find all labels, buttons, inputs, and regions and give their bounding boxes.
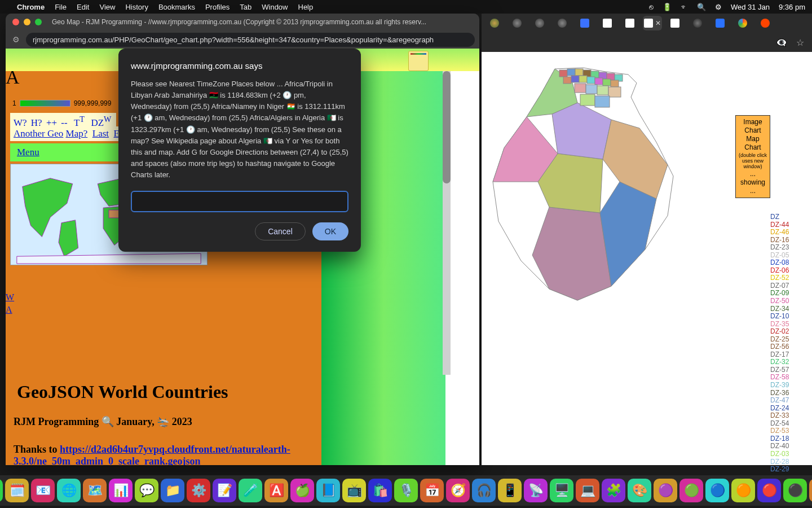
tab-10[interactable] [688,16,707,30]
incognito-eye-icon[interactable]: 👁‍🗨 [776,37,787,48]
region-code[interactable]: DZ-23 [770,244,811,252]
region-code[interactable]: DZ-25 [770,336,811,344]
dock-app-27[interactable]: 🧩 [602,479,625,502]
region-code[interactable]: DZ-46 [770,229,811,237]
dock-app-33[interactable]: 🔴 [757,479,781,502]
region-code[interactable]: DZ-44 [770,221,811,229]
menu-view[interactable]: View [99,3,115,11]
menu-tab[interactable]: Tab [240,3,251,11]
tab-4[interactable] [553,16,572,30]
window-titlebar[interactable]: Geo Map - RJM Programming - //www.rjmpro… [6,14,479,30]
close-window-button[interactable] [12,19,19,25]
menu-history[interactable]: History [125,3,148,11]
dialog-prompt-input[interactable] [131,191,348,212]
dock-app-9[interactable]: 💬 [135,479,158,502]
dock-app-11[interactable]: ⚙️ [187,479,210,502]
search-icon[interactable]: 🔍 [697,3,706,11]
wifi-icon[interactable]: ᯤ [681,3,688,11]
bluetooth-icon[interactable]: ⎋ [649,3,654,11]
region-code[interactable]: DZ-18 [770,435,811,443]
region-code[interactable]: DZ-50 [770,297,811,305]
algeria-map[interactable] [482,52,769,465]
region-code[interactable]: DZ-05 [770,252,811,260]
maximize-window-button[interactable] [35,19,42,25]
dialog-ok-button[interactable]: OK [312,222,348,240]
dock-app-30[interactable]: 🟢 [679,479,703,502]
dock-app-5[interactable]: 📧 [31,479,55,502]
tab-9[interactable] [665,16,685,30]
dock-app-34[interactable]: ⚫ [783,479,807,502]
dock-app-12[interactable]: 📝 [213,479,236,502]
region-code[interactable]: DZ-08 [770,259,811,267]
region-code[interactable]: DZ-24 [770,405,811,413]
tab-7[interactable] [620,16,639,30]
dialog-cancel-button[interactable]: Cancel [255,222,306,240]
region-code[interactable]: DZ-28 [770,458,811,466]
dock-app-28[interactable]: 🎨 [628,479,651,502]
dock-app-4[interactable]: 🗓️ [5,479,29,502]
dock-app-3[interactable]: 📷 [0,479,3,502]
close-tab-icon[interactable]: ✕ [655,19,661,27]
region-code[interactable]: DZ-53 [770,427,811,435]
tab-11[interactable] [710,16,730,30]
region-code[interactable]: DZ-02 [770,328,811,336]
region-code[interactable]: DZ-35 [770,321,811,329]
menu-bookmarks[interactable]: Bookmarks [158,3,195,11]
dock-app-35[interactable]: ⚪ [809,479,812,502]
region-code[interactable]: DZ-47 [770,397,811,405]
dock-app-24[interactable]: 📡 [524,479,548,502]
dock-app-15[interactable]: 🍏 [290,479,314,502]
site-settings-icon[interactable]: ⚙ [10,35,21,44]
dock-app-19[interactable]: 🎙️ [394,479,418,502]
region-code[interactable]: DZ-17 [770,351,811,359]
menu-window[interactable]: Window [262,3,288,11]
dock-app-31[interactable]: 🔵 [705,479,729,502]
region-code[interactable]: DZ-16 [770,237,811,244]
region-code[interactable]: DZ-07 [770,282,811,290]
minimize-window-button[interactable] [24,19,30,25]
menu-profiles[interactable]: Profiles [205,3,230,11]
region-code[interactable]: DZ-56 [770,343,811,351]
region-code[interactable]: DZ-58 [770,374,811,382]
dock-app-26[interactable]: 💻 [576,479,599,502]
region-code[interactable]: DZ-29 [770,466,811,474]
region-code[interactable]: DZ-32 [770,358,811,366]
dock-app-22[interactable]: 🎧 [472,479,496,502]
dock-app-25[interactable]: 🖥️ [550,479,573,502]
dock-app-8[interactable]: 📊 [109,479,133,502]
tab-3[interactable] [530,16,549,30]
control-center-icon[interactable]: ⚙ [715,3,722,11]
dock-app-10[interactable]: 📁 [161,479,184,502]
region-code[interactable]: DZ-54 [770,420,811,428]
menubar-date[interactable]: Wed 31 Jan [731,3,770,11]
tab-6[interactable] [598,16,617,30]
image-chart-map-chart-box[interactable]: Image Chart Map Chart (double click uses… [735,115,770,198]
dock-app-16[interactable]: 📘 [316,479,340,502]
region-code[interactable]: DZ-40 [770,443,811,450]
dock-app-21[interactable]: 🧭 [446,479,470,502]
dock-app-18[interactable]: 🛍️ [368,479,392,502]
region-code[interactable]: DZ-52 [770,274,811,282]
dock-app-20[interactable]: 📅 [420,479,444,502]
menubar-time[interactable]: 9:36 pm [779,3,805,11]
region-code[interactable]: DZ [770,213,811,221]
battery-icon[interactable]: 🔋 [663,3,672,11]
dock-app-7[interactable]: 🗺️ [83,479,107,502]
region-code[interactable]: DZ-03 [770,450,811,458]
dock-app-6[interactable]: 🌐 [57,479,81,502]
dock-app-14[interactable]: 🅰️ [264,479,288,502]
region-code[interactable]: DZ-10 [770,313,811,321]
tab-1[interactable] [485,16,504,30]
tab-5[interactable] [575,16,594,30]
browser-tab-title[interactable]: Geo Map - RJM Programming - //www.rjmpro… [52,18,473,26]
tab-2[interactable] [508,16,527,30]
region-code[interactable]: DZ-33 [770,412,811,420]
region-code[interactable]: DZ-34 [770,305,811,313]
region-code[interactable]: DZ-36 [770,389,811,397]
tab-12[interactable] [733,16,752,30]
bookmark-star-icon[interactable]: ☆ [796,37,804,48]
dock-app-29[interactable]: 🟣 [654,479,677,502]
dock-app-23[interactable]: 📱 [498,479,522,502]
menu-file[interactable]: File [55,3,67,11]
menu-help[interactable]: Help [298,3,314,11]
